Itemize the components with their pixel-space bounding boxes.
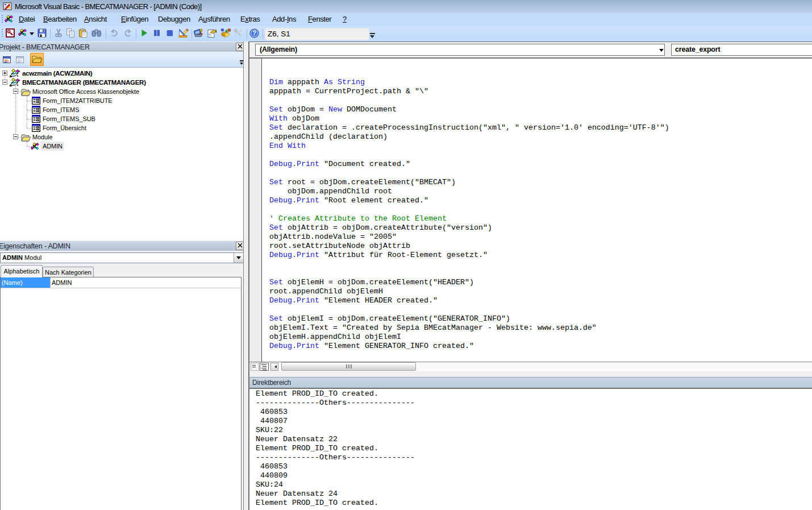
svg-text:?: ? xyxy=(252,30,256,36)
